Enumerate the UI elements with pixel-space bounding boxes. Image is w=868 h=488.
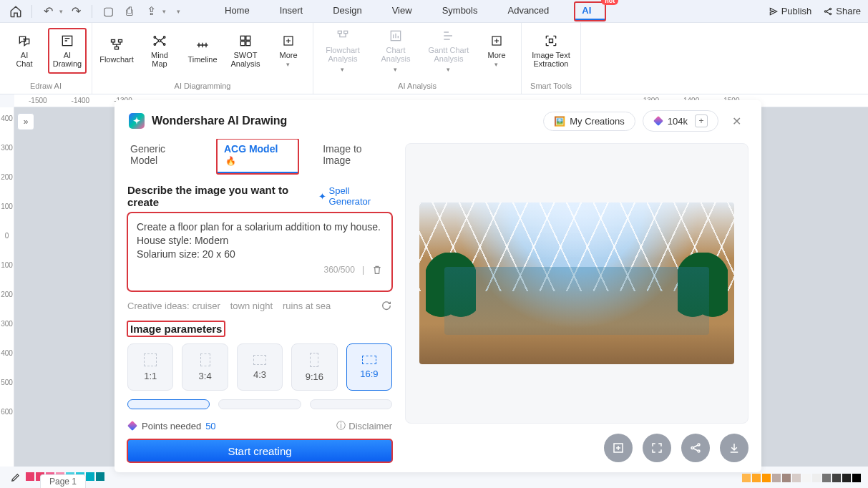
save-icon[interactable]: ▢ bbox=[99, 3, 117, 20]
group-diagramming: AI Diagramming bbox=[98, 79, 307, 93]
export-chevron[interactable]: ▾ bbox=[162, 8, 166, 15]
swatch[interactable] bbox=[802, 474, 811, 482]
info-icon: ⓘ bbox=[336, 419, 346, 432]
param-option-1[interactable] bbox=[127, 399, 210, 409]
swatch[interactable] bbox=[812, 474, 821, 482]
swatch[interactable] bbox=[832, 474, 841, 482]
swatch[interactable] bbox=[852, 474, 861, 482]
swot-button[interactable]: SWOT Analysis bbox=[227, 29, 264, 73]
swatch[interactable] bbox=[752, 474, 761, 482]
group-smart: Smart Tools bbox=[527, 79, 575, 93]
idea-ruins[interactable]: ruins at sea bbox=[283, 301, 331, 311]
svg-rect-15 bbox=[246, 42, 250, 46]
idea-cruiser[interactable]: cruiser bbox=[192, 301, 220, 311]
ratio-3-4[interactable]: 3:4 bbox=[182, 343, 228, 391]
tab-ai[interactable]: AI hot bbox=[575, 2, 605, 21]
add-credits-icon[interactable]: + bbox=[695, 114, 708, 127]
download-button[interactable] bbox=[720, 434, 748, 462]
svg-rect-18 bbox=[344, 31, 348, 33]
undo-icon[interactable]: ↶ bbox=[39, 3, 57, 20]
image-text-extract-button[interactable]: Image Text Extraction bbox=[527, 29, 575, 73]
ratio-16-9[interactable]: 16:9 bbox=[346, 343, 392, 391]
analysis-more-button[interactable]: More▾ bbox=[478, 29, 515, 73]
undo-chevron[interactable]: ▾ bbox=[59, 8, 63, 15]
tab-advanced[interactable]: Advanced bbox=[503, 2, 553, 21]
tab-home[interactable]: Home bbox=[220, 2, 254, 21]
trash-icon[interactable] bbox=[371, 264, 383, 275]
mindmap-button[interactable]: Mind Map bbox=[141, 29, 178, 73]
swatch[interactable] bbox=[762, 474, 771, 482]
swatch[interactable] bbox=[842, 474, 851, 482]
flowchart-analysis-button[interactable]: Flowchart Analysis▾ bbox=[319, 29, 366, 73]
ratio-4-3[interactable]: 4:3 bbox=[237, 343, 283, 391]
plant-decor bbox=[678, 253, 728, 338]
credits-pill[interactable]: 104k + bbox=[643, 110, 718, 132]
spell-generator-button[interactable]: ✦ Spell Generator bbox=[318, 185, 392, 207]
swatch[interactable] bbox=[96, 472, 104, 481]
diag-more-button[interactable]: More▾ bbox=[270, 29, 307, 73]
fullscreen-button[interactable] bbox=[643, 434, 671, 462]
param-option-2[interactable] bbox=[218, 399, 301, 409]
swatch[interactable] bbox=[26, 472, 34, 481]
swatch[interactable] bbox=[772, 474, 781, 482]
start-creating-button[interactable]: Start creating bbox=[127, 439, 392, 462]
swatch[interactable] bbox=[742, 474, 751, 482]
panel-expand-icon[interactable]: » bbox=[17, 113, 34, 130]
ai-drawing-panel: ✦ Wondershare AI Drawing 🖼️ My Creations… bbox=[114, 100, 761, 472]
wondershare-logo-icon: ✦ bbox=[129, 113, 145, 129]
refresh-icon[interactable] bbox=[381, 300, 392, 311]
swatch[interactable] bbox=[782, 474, 791, 482]
hot-badge: hot bbox=[601, 0, 618, 5]
preview-area bbox=[405, 143, 748, 424]
export-icon[interactable]: ⇪ bbox=[142, 3, 160, 20]
plant-decor bbox=[426, 253, 476, 338]
gantt-analysis-button[interactable]: Gantt Chart Analysis▾ bbox=[425, 29, 472, 73]
generated-image[interactable] bbox=[419, 202, 734, 364]
ai-chat-button[interactable]: AI Chat bbox=[6, 29, 43, 73]
swatch[interactable] bbox=[86, 472, 94, 481]
more-qat-icon[interactable]: ▾ bbox=[170, 3, 187, 20]
pen-icon[interactable] bbox=[9, 471, 24, 482]
tab-symbols[interactable]: Symbols bbox=[438, 2, 482, 21]
tab-design[interactable]: Design bbox=[328, 2, 366, 21]
group-edraw-ai: Edraw AI bbox=[6, 79, 86, 93]
swatch[interactable] bbox=[792, 474, 801, 482]
prompt-input[interactable]: Create a floor plan for a solarium addit… bbox=[127, 213, 392, 291]
share-image-button[interactable] bbox=[681, 434, 710, 462]
flowchart-button[interactable]: Flowchart bbox=[98, 29, 135, 73]
ai-drawing-button[interactable]: AI Drawing bbox=[49, 29, 86, 73]
prompt-text[interactable]: Create a floor plan for a solarium addit… bbox=[137, 220, 383, 261]
swatch[interactable] bbox=[822, 474, 831, 482]
svg-point-2 bbox=[830, 13, 832, 14]
ratio-9-16[interactable]: 9:16 bbox=[291, 343, 337, 391]
publish-button[interactable]: Publish bbox=[769, 6, 812, 16]
crop-icon bbox=[310, 353, 318, 367]
credits-icon bbox=[653, 116, 663, 126]
tab-acg-model[interactable]: ACG Model🔥 bbox=[217, 139, 298, 174]
tab-generic-model[interactable]: Generic Model bbox=[127, 139, 195, 174]
ratio-1-1[interactable]: 1:1 bbox=[127, 343, 173, 391]
gantt-icon bbox=[442, 29, 456, 43]
my-creations-button[interactable]: 🖼️ My Creations bbox=[543, 112, 635, 131]
chart-analysis-button[interactable]: Chart Analysis▾ bbox=[372, 29, 419, 73]
color-swatches-right bbox=[742, 474, 861, 482]
param-option-3[interactable] bbox=[310, 399, 392, 409]
tab-image-to-image[interactable]: Image to Image bbox=[320, 139, 392, 174]
ai-chat-icon bbox=[17, 34, 31, 48]
redo-icon[interactable]: ↷ bbox=[67, 3, 84, 20]
share-button[interactable]: Share bbox=[823, 6, 861, 16]
print-icon[interactable]: ⎙ bbox=[121, 3, 138, 20]
crop-icon bbox=[200, 353, 210, 366]
tab-insert[interactable]: Insert bbox=[275, 2, 308, 21]
disclaimer-link[interactable]: ⓘ Disclaimer bbox=[336, 419, 392, 432]
idea-town-night[interactable]: town night bbox=[230, 301, 273, 311]
points-needed: Points needed 50 bbox=[127, 421, 216, 431]
page-tab[interactable]: Page 1 bbox=[40, 474, 86, 488]
tab-view[interactable]: View bbox=[388, 2, 416, 21]
home-icon[interactable] bbox=[7, 3, 24, 20]
crop-icon bbox=[144, 353, 157, 366]
close-icon[interactable]: ✕ bbox=[726, 114, 747, 128]
image-parameters-heading: Image parameters bbox=[127, 321, 225, 336]
timeline-button[interactable]: Timeline bbox=[184, 29, 221, 73]
insert-to-canvas-button[interactable] bbox=[604, 434, 633, 462]
